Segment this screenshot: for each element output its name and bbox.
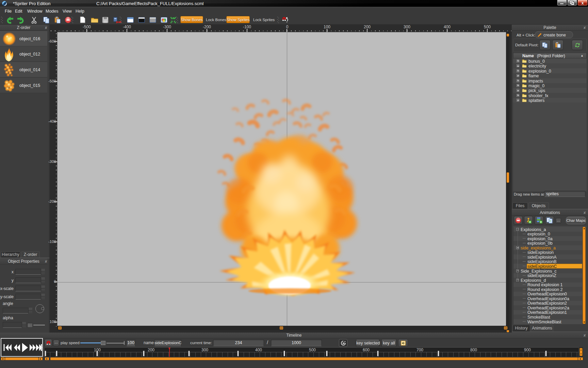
- svg-text:+: +: [119, 20, 121, 24]
